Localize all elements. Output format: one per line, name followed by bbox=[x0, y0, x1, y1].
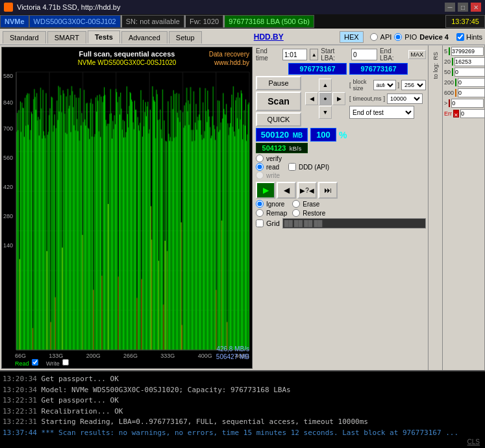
quick-button[interactable]: QUICK bbox=[256, 112, 301, 127]
play-button[interactable]: ▶ bbox=[256, 182, 275, 199]
dmg-count-gt[interactable] bbox=[451, 99, 484, 108]
pio-label: PIO bbox=[404, 33, 417, 41]
dmg-count-50[interactable] bbox=[454, 68, 485, 77]
skip-end-button[interactable]: ⏭ bbox=[318, 182, 338, 199]
dpad-up[interactable]: ▲ bbox=[319, 79, 332, 92]
device-label: Device 4 bbox=[419, 33, 449, 41]
dpad-center[interactable]: ● bbox=[319, 92, 332, 105]
lba-end-display: 976773167 bbox=[349, 63, 408, 75]
step-forward-button[interactable]: ▶?◀ bbox=[297, 182, 317, 199]
graph-panel: Full scan, sequential access NVMe WDS500… bbox=[1, 47, 253, 369]
pio-radio[interactable] bbox=[394, 33, 402, 41]
api-radio[interactable] bbox=[370, 33, 378, 41]
end-of-test-select[interactable]: End of test bbox=[349, 106, 414, 119]
tab-smart[interactable]: SMART bbox=[47, 31, 86, 44]
dmg-count-600[interactable] bbox=[458, 88, 485, 97]
y-label-840: 840 bbox=[3, 99, 13, 106]
close-button[interactable]: ✕ bbox=[471, 3, 481, 12]
dmg-bar-err: ✕ bbox=[453, 110, 459, 118]
dmg-bar-600 bbox=[455, 89, 456, 97]
end-time-label: End time bbox=[256, 47, 280, 62]
to-log-label: to log: bbox=[432, 63, 439, 79]
pause-button[interactable]: Pause bbox=[256, 76, 301, 90]
ddd-api-checkbox[interactable] bbox=[288, 163, 296, 171]
dmg-label-200: 200 bbox=[444, 79, 454, 86]
tab-advanced[interactable]: Advanced bbox=[121, 31, 168, 44]
block-auto-select[interactable]: auto bbox=[373, 80, 396, 90]
verify-radio[interactable] bbox=[256, 155, 264, 162]
grid-checkbox[interactable] bbox=[256, 219, 264, 227]
dmg-label-50: 50 bbox=[444, 69, 451, 75]
restore-option: Restore bbox=[292, 209, 325, 217]
dmg-bar-50 bbox=[452, 68, 453, 76]
log-area: 13:20:34 Get passport... OK 13:20:34 Mod… bbox=[0, 370, 485, 448]
clock-display: 13:37:45 bbox=[445, 15, 485, 28]
read-radio[interactable] bbox=[256, 163, 264, 171]
dmg-count-20[interactable] bbox=[454, 57, 485, 66]
log-line-3: 13:22:31 Get passport... OK bbox=[3, 395, 482, 406]
start-lba-input[interactable] bbox=[351, 49, 377, 60]
dmg-label-600: 600 bbox=[444, 90, 454, 96]
cls-button[interactable]: CLS bbox=[467, 438, 480, 445]
scan-button[interactable]: Scan bbox=[256, 92, 301, 111]
cls-container: CLS bbox=[467, 438, 480, 445]
erase-radio[interactable] bbox=[292, 200, 300, 208]
restore-radio[interactable] bbox=[292, 209, 300, 217]
y-label-560: 560 bbox=[3, 155, 13, 161]
dpad-down[interactable]: ▼ bbox=[319, 106, 332, 119]
pct-symbol: % bbox=[339, 130, 347, 140]
damage-bars-panel: 5 20 50 bbox=[442, 45, 484, 370]
grid-display: ██ ██ ██ ██ bbox=[282, 218, 426, 229]
minimize-button[interactable]: ─ bbox=[445, 3, 455, 12]
dmg-bar-200 bbox=[455, 79, 456, 86]
timeout-select[interactable]: 10000 bbox=[387, 93, 423, 104]
transport-controls: ▶ ◀ ▶?◀ ⏭ bbox=[256, 182, 426, 199]
graph-legend: Read Write bbox=[15, 359, 69, 367]
data-recovery-text: Data recovery www.hdd.by bbox=[209, 50, 249, 67]
dmg-bar-gt bbox=[449, 99, 450, 107]
remap-radio[interactable] bbox=[256, 209, 264, 217]
controls-panel: End time 1:01 ▲ Start LBA: End LBA: MAX … bbox=[254, 45, 485, 370]
tab-setup[interactable]: Setup bbox=[169, 31, 202, 44]
api-label: API bbox=[380, 33, 392, 41]
write-checkbox[interactable] bbox=[62, 359, 69, 366]
log-line-2: 13:20:34 Model: NVMe WDS500G3X0C-00SJ102… bbox=[3, 385, 482, 396]
ignore-radio[interactable] bbox=[256, 200, 264, 208]
fw-label: Fw: 1020 bbox=[184, 15, 223, 28]
dmg-count-5[interactable] bbox=[451, 47, 484, 56]
rs-label: RS bbox=[432, 52, 439, 60]
x-axis: 66G133G200G266G333G400G466G bbox=[15, 353, 249, 359]
maximize-button[interactable]: □ bbox=[458, 3, 468, 12]
log-line-4: 13:22:31 Recalibration... OK bbox=[3, 406, 482, 417]
interface-label: NVMe bbox=[0, 15, 29, 28]
progress-pct-display: 100 bbox=[310, 128, 336, 142]
read-option: read bbox=[256, 163, 282, 171]
block-value-select[interactable]: 256 bbox=[401, 80, 426, 90]
write-radio[interactable] bbox=[256, 171, 264, 179]
y-label-580: 580 bbox=[3, 73, 13, 79]
read-checkbox[interactable] bbox=[32, 359, 38, 366]
tab-standard[interactable]: Standard bbox=[3, 31, 46, 44]
remap-option: Remap bbox=[256, 209, 287, 217]
end-time-input[interactable]: 1:01 bbox=[282, 49, 307, 60]
read-legend: Read bbox=[15, 359, 38, 367]
end-time-spin-up[interactable]: ▲ bbox=[310, 49, 318, 60]
hex-button[interactable]: HEX bbox=[340, 31, 364, 43]
window-title: Victoria 4.71b SSD, http://hdd.by bbox=[17, 3, 120, 11]
graph-speed-label: 426,8 MB/s bbox=[216, 345, 249, 353]
block-size-label: block size bbox=[353, 79, 371, 92]
svg-marker-0 bbox=[5, 4, 12, 10]
tab-tests[interactable]: Tests bbox=[88, 31, 120, 44]
dmg-label-20: 20 bbox=[444, 58, 451, 65]
stop-button[interactable]: ◀ bbox=[277, 182, 296, 199]
max-button[interactable]: MAX bbox=[408, 50, 427, 59]
progress-mb-display: 500120 MB bbox=[256, 128, 308, 142]
dmg-count-200[interactable] bbox=[458, 78, 485, 87]
verify-option: verify bbox=[256, 155, 282, 162]
dpad-right[interactable]: ▶ bbox=[332, 92, 345, 105]
hints-checkbox[interactable] bbox=[456, 33, 464, 41]
hddby-link[interactable]: HDD.BY bbox=[254, 32, 284, 42]
dmg-count-err[interactable] bbox=[460, 109, 485, 118]
ignore-option: Ignore bbox=[256, 200, 287, 208]
dpad-left[interactable]: ◀ bbox=[305, 92, 318, 105]
